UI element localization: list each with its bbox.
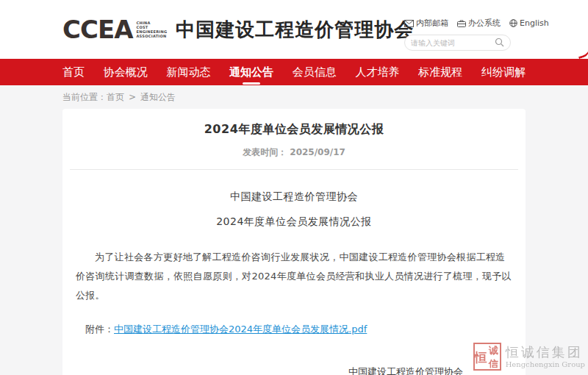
nav-item-training[interactable]: 人才培养 <box>356 61 400 84</box>
hengchengxin-watermark: 恒 诚 信 恒诚信集团 Hengchengxin Group <box>473 343 585 371</box>
breadcrumb-prefix: 当前位置： <box>62 91 107 104</box>
breadcrumb: 当前位置： 首页 > 通知公告 <box>0 85 588 109</box>
tagline-line: ASSOCIATION <box>136 34 167 38</box>
article-publish-date: 发表时间： 2025/09/17 <box>70 146 518 159</box>
english-link[interactable]: English <box>509 18 549 28</box>
breadcrumb-current[interactable]: 通知公告 <box>140 91 176 104</box>
ccea-logo[interactable]: CCEA CHINA COST ENGINEERING ASSOCIATION <box>62 17 167 42</box>
nav-item-news[interactable]: 新闻动态 <box>166 61 210 84</box>
seal-char: 诚 <box>487 344 500 357</box>
attachment-row: 附件：中国建设工程造价管理协会2024年度单位会员发展情况.pdf <box>76 323 512 336</box>
breadcrumb-separator: > <box>129 92 136 102</box>
english-label: English <box>520 18 549 28</box>
article-body-paragraph: 为了让社会各方更好地了解工程造价咨询行业发展状况，中国建设工程造价管理协会根据工… <box>76 248 512 305</box>
ccea-red-swoosh-icon <box>577 49 588 60</box>
office-system-link[interactable]: 办公系统 <box>457 18 501 29</box>
document-title-line: 2024年度单位会员发展情况公报 <box>70 215 518 229</box>
ccea-tagline: CHINA COST ENGINEERING ASSOCIATION <box>136 21 167 39</box>
document-org-line: 中国建设工程造价管理协会 <box>70 190 518 204</box>
search-box[interactable] <box>404 35 511 51</box>
article-card: 2024年度单位会员发展情况公报 发表时间： 2025/09/17 中国建设工程… <box>62 109 526 375</box>
nav-item-dispute[interactable]: 纠纷调解 <box>481 61 526 84</box>
office-system-label: 办公系统 <box>468 18 501 29</box>
attachment-label: 附件： <box>85 324 114 335</box>
nav-item-members[interactable]: 会员信息 <box>293 61 337 84</box>
internal-mail-label: 内部邮箱 <box>416 18 448 29</box>
ccea-wordmark: CCEA <box>62 17 132 42</box>
search-input[interactable] <box>411 39 495 47</box>
hengchengxin-seal-icon: 恒 诚 信 <box>473 343 501 371</box>
title-divider <box>70 169 518 170</box>
seal-char: 恒 <box>475 344 487 371</box>
search-icon[interactable] <box>495 36 504 50</box>
article-title: 2024年度单位会员发展情况公报 <box>70 122 518 138</box>
nav-item-about[interactable]: 协会概况 <box>104 61 148 84</box>
attachment-pdf-link[interactable]: 中国建设工程造价管理协会2024年度单位会员发展情况.pdf <box>114 324 367 335</box>
site-title: 中国建设工程造价管理协会 <box>176 17 414 43</box>
breadcrumb-home-link[interactable]: 首页 <box>107 91 124 104</box>
office-icon <box>457 20 466 27</box>
mail-icon <box>404 20 414 27</box>
nav-item-standards[interactable]: 标准规程 <box>418 61 462 84</box>
watermark-name-en: Hengchengxin Group <box>506 360 585 368</box>
header-utility-links: 内部邮箱 办公系统 English <box>404 18 514 29</box>
internal-mail-link[interactable]: 内部邮箱 <box>404 18 448 29</box>
watermark-name-cn: 恒诚信集团 <box>506 345 585 360</box>
signature-block: 中国建设工程造价管理协会 2025年9月17日 <box>348 365 463 375</box>
site-header: CCEA CHINA COST ENGINEERING ASSOCIATION … <box>0 0 588 59</box>
nav-item-home[interactable]: 首页 <box>62 61 85 84</box>
globe-icon <box>509 19 517 27</box>
seal-char: 信 <box>487 357 500 371</box>
main-nav: 首页 协会概况 新闻动态 通知公告 会员信息 人才培养 标准规程 纠纷调解 <box>0 59 588 85</box>
watermark-text: 恒诚信集团 Hengchengxin Group <box>506 345 585 368</box>
signature-organization: 中国建设工程造价管理协会 <box>348 365 463 375</box>
nav-item-notices[interactable]: 通知公告 <box>229 61 273 84</box>
